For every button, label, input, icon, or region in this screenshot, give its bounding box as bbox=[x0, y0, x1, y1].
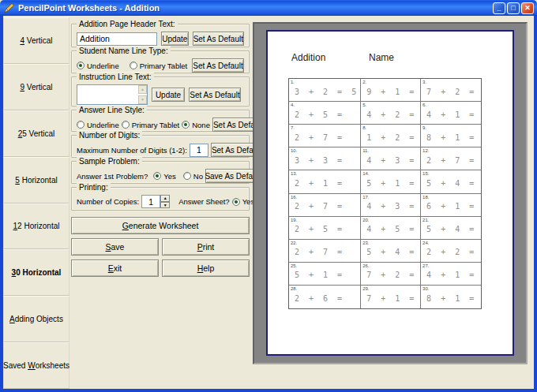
problem-number: 13. bbox=[291, 171, 297, 176]
problem-number: 17. bbox=[362, 195, 369, 200]
spin-down-icon[interactable]: ▼ bbox=[160, 202, 170, 209]
answer-line-primary-tablet-radio[interactable]: Primary Tablet bbox=[122, 121, 180, 129]
problem-expression: 8 + 1 = bbox=[426, 294, 476, 303]
sidebar-item-30-horizontal[interactable]: 30 Horizontal bbox=[3, 249, 69, 296]
digits-legend: Number of Digits: bbox=[77, 131, 142, 140]
save-button[interactable]: Save bbox=[71, 238, 159, 256]
problem-number: 11. bbox=[362, 148, 369, 153]
instruction-scrollbar[interactable]: ▲ ▼ bbox=[138, 85, 147, 104]
instruction-legend: Instruction Line Text: bbox=[77, 73, 154, 81]
problem-number: 27. bbox=[422, 263, 429, 268]
problem-cell: 15.5 + 4 = bbox=[421, 170, 481, 193]
sample-problem-section: Sample Problem: Answer 1st Problem? Yes … bbox=[71, 161, 250, 184]
name-line-primary-tablet-radio[interactable]: Primary Tablet bbox=[130, 62, 188, 70]
problem-expression: 5 + 4 = bbox=[426, 179, 476, 188]
problem-cell: 28.2 + 6 = bbox=[289, 286, 361, 308]
exit-button[interactable]: Exit bbox=[71, 259, 159, 277]
copies-stepper: ▲ ▼ bbox=[141, 195, 170, 208]
spin-up-icon[interactable]: ▲ bbox=[160, 195, 170, 202]
radio-dot-icon bbox=[183, 172, 191, 180]
answer-sheet-label: Answer Sheet? bbox=[178, 197, 229, 206]
problem-number: 25. bbox=[291, 263, 297, 268]
problem-cell: 20.4 + 5 = bbox=[361, 217, 421, 240]
instruction-update-button[interactable]: Update bbox=[152, 88, 185, 102]
radio-dot-icon bbox=[232, 198, 240, 206]
problem-number: 18. bbox=[422, 195, 429, 200]
problem-expression: 5 + 1 = bbox=[366, 179, 416, 188]
problem-expression: 2 + 6 = bbox=[295, 294, 344, 303]
name-line-section: Student Name Line Type: Underline Primar… bbox=[71, 50, 250, 73]
problem-cell: 8.1 + 2 = bbox=[361, 125, 421, 147]
instruction-text-input[interactable] bbox=[77, 85, 138, 104]
header-update-button[interactable]: Update bbox=[161, 32, 189, 46]
radio-dot-icon bbox=[122, 121, 130, 129]
problems-grid: 1.3 + 2 = 52.9 + 1 =3.7 + 2 =4.2 + 5 =5.… bbox=[288, 78, 482, 309]
generate-worksheet-button[interactable]: Generate Worksheet bbox=[71, 217, 250, 234]
problem-cell: 23.5 + 4 = bbox=[361, 240, 421, 263]
problem-expression: 2 + 7 = bbox=[426, 156, 476, 165]
problem-number: 6. bbox=[422, 103, 426, 107]
problem-expression: 1 + 2 = bbox=[366, 133, 416, 142]
instruction-set-default-button[interactable]: Set As Default bbox=[189, 88, 241, 102]
pencil-icon bbox=[3, 2, 15, 14]
digits-section: Number of Digits: Maximum Number of Digi… bbox=[71, 135, 250, 158]
problem-expression: 2 + 5 = bbox=[295, 110, 344, 119]
problem-expression: 2 + 7 = bbox=[295, 248, 344, 256]
problem-number: 4. bbox=[291, 103, 295, 107]
sample-yes-radio[interactable]: Yes bbox=[153, 172, 176, 181]
answer-line-underline-radio[interactable]: Underline bbox=[77, 121, 119, 129]
header-set-default-button[interactable]: Set As Default bbox=[193, 32, 244, 46]
problem-expression: 3 + 2 = 5 bbox=[295, 88, 359, 96]
name-line-underline-radio[interactable]: Underline bbox=[77, 62, 119, 70]
header-text-section: Addition Page Header Text: Update Set As… bbox=[71, 24, 250, 47]
problem-cell: 21.5 + 4 = bbox=[421, 217, 481, 240]
problem-cell: 12.2 + 7 = bbox=[421, 147, 481, 170]
problem-cell: 5.4 + 2 = bbox=[361, 102, 421, 125]
copies-input[interactable] bbox=[141, 195, 160, 208]
radio-dot-icon bbox=[130, 62, 137, 69]
sidebar-item-adding-objects[interactable]: Adding Objects bbox=[3, 296, 69, 342]
problem-cell: 19.2 + 5 = bbox=[289, 217, 361, 240]
minimize-icon[interactable]: _ bbox=[493, 2, 505, 14]
sample-no-radio[interactable]: No bbox=[183, 172, 203, 181]
problem-number: 10. bbox=[291, 148, 297, 153]
sidebar-item-4-vertical[interactable]: 4 Vertical bbox=[3, 17, 69, 64]
answer-sheet-yes-radio[interactable]: Yes bbox=[232, 197, 255, 206]
max-digits-input[interactable] bbox=[190, 144, 208, 157]
problem-cell: 13.2 + 1 = bbox=[289, 170, 361, 193]
problem-number: 3. bbox=[422, 80, 426, 84]
sidebar-item-saved-worksheets[interactable]: Saved Worksheets bbox=[3, 342, 69, 389]
problem-expression: 7 + 2 = bbox=[366, 271, 416, 279]
problem-number: 14. bbox=[362, 171, 369, 176]
problem-expression: 5 + 4 = bbox=[426, 225, 476, 233]
problem-number: 24. bbox=[422, 241, 429, 245]
scroll-up-icon[interactable]: ▲ bbox=[138, 85, 147, 94]
worksheet-preview: Addition Name 1.3 + 2 = 52.9 + 1 =3.7 + … bbox=[253, 22, 528, 364]
scroll-down-icon[interactable]: ▼ bbox=[138, 95, 147, 104]
problem-cell: 3.7 + 2 = bbox=[421, 79, 481, 102]
sample-problem-legend: Sample Problem: bbox=[77, 157, 142, 166]
print-button[interactable]: Print bbox=[162, 238, 250, 256]
app-window: PencilPoint Worksheets - Addition _ □ ✕ … bbox=[0, 0, 537, 392]
problem-number: 19. bbox=[291, 218, 297, 222]
answer-line-none-radio[interactable]: None bbox=[182, 121, 210, 129]
sidebar-item-9-vertical[interactable]: 9 Vertical bbox=[3, 64, 69, 110]
worksheet-page: Addition Name 1.3 + 2 = 52.9 + 1 =3.7 + … bbox=[266, 30, 514, 356]
answer-line-legend: Answer Line Style: bbox=[77, 106, 147, 114]
header-text-input[interactable] bbox=[77, 32, 157, 46]
close-icon[interactable]: ✕ bbox=[521, 2, 534, 14]
sidebar-item-12-horizontal[interactable]: 12 Horizontal bbox=[3, 203, 69, 250]
window-title: PencilPoint Worksheets - Addition bbox=[18, 3, 160, 13]
name-line-set-default-button[interactable]: Set As Default bbox=[192, 58, 244, 73]
printing-section: Printing: Number of Copies: ▲ ▼ Answer S… bbox=[71, 187, 250, 211]
titlebar: PencilPoint Worksheets - Addition _ □ ✕ bbox=[0, 0, 537, 16]
help-button[interactable]: Help bbox=[162, 259, 250, 277]
copies-label: Number of Copies: bbox=[77, 197, 139, 206]
problem-number: 29. bbox=[362, 286, 369, 291]
maximize-icon[interactable]: □ bbox=[507, 2, 520, 14]
problem-expression: 4 + 1 = bbox=[426, 271, 476, 279]
problem-cell: 11.4 + 3 = bbox=[361, 147, 421, 170]
radio-dot-icon bbox=[77, 62, 84, 69]
sidebar-item-5-horizontal[interactable]: 5 Horizontal bbox=[3, 157, 69, 203]
sidebar-item-25-vertical[interactable]: 25 Vertical bbox=[3, 110, 69, 157]
